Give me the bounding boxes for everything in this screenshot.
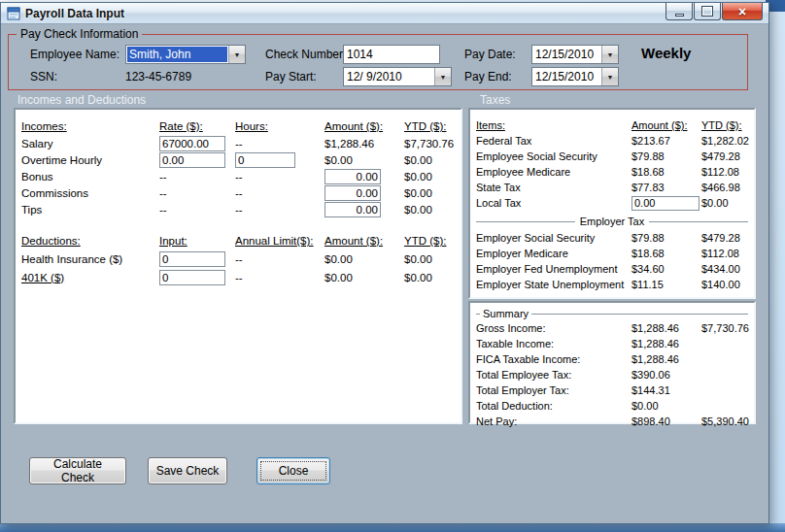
- deduction-limit: --: [235, 253, 324, 265]
- employee-name-select[interactable]: Smith, John ▼: [125, 45, 246, 64]
- summary-amount: $898.40: [631, 416, 701, 427]
- titlebar[interactable]: Payroll Data Input ×: [1, 3, 768, 24]
- minimize-button[interactable]: [666, 3, 693, 20]
- incomes-deductions-panel: Incomes: Rate ($): Hours: Amount ($): YT…: [14, 108, 462, 424]
- pay-end-label: Pay End:: [464, 70, 512, 83]
- commissions-amount-input[interactable]: [324, 185, 381, 201]
- tax-row-employee-ss: Employee Social Security $79.88 $479.28: [476, 149, 748, 164]
- tax-amount: $77.83: [631, 182, 701, 193]
- deduction-amount: $0.00: [324, 253, 404, 265]
- tax-row-employer-fed-unemployment: Employer Fed Unemployment $34.60 $434.00: [476, 261, 748, 277]
- pay-start-picker[interactable]: 12/ 9/2010 ▼: [343, 67, 452, 86]
- deductions-header-name: Deductions:: [21, 235, 159, 247]
- deductions-header-ytd: YTD ($):: [404, 235, 455, 247]
- tax-amount: $11.15: [631, 279, 701, 290]
- income-rate: --: [159, 187, 235, 199]
- tax-name: Employer State Unemployment: [476, 279, 631, 290]
- ssn-label: SSN:: [30, 70, 57, 83]
- maximize-button[interactable]: [694, 3, 721, 20]
- income-ytd: $0.00: [404, 154, 455, 166]
- summary-label: Total Deduction:: [476, 400, 631, 412]
- summary-row-net-pay: Net Pay: $898.40 $5,390.40: [476, 414, 748, 429]
- summary-amount: $144.31: [631, 384, 701, 396]
- pay-end-picker[interactable]: 12/15/2010 ▼: [531, 67, 619, 86]
- overtime-hours-input[interactable]: [235, 152, 295, 168]
- deduction-401k-link[interactable]: 401K ($): [21, 272, 159, 283]
- close-window-button[interactable]: ×: [722, 3, 763, 20]
- caption-buttons: ×: [665, 3, 763, 20]
- local-tax-input[interactable]: [631, 196, 700, 211]
- deduction-row-401k: 401K ($) -- $0.00 $0.00: [21, 268, 455, 286]
- close-button[interactable]: Close: [256, 457, 330, 484]
- pay-date-dropdown-arrow-icon[interactable]: ▼: [601, 46, 618, 63]
- income-ytd: $0.00: [404, 171, 455, 183]
- deductions-header-row: Deductions: Input: Annual Limit($): Amou…: [21, 232, 455, 249]
- income-row-overtime: Overtime Hourly $0.00 $0.00: [21, 151, 455, 168]
- pay-end-dropdown-arrow-icon[interactable]: ▼: [601, 68, 618, 85]
- incomes-header-row: Incomes: Rate ($): Hours: Amount ($): YT…: [21, 117, 455, 135]
- income-name: Overtime Hourly: [21, 154, 159, 166]
- summary-group-label: Summary: [483, 308, 529, 319]
- ssn-value: 123-45-6789: [125, 70, 191, 83]
- summary-row-gross-income: Gross Income: $1,288.46 $7,730.76: [476, 320, 748, 336]
- minimize-icon: [675, 14, 684, 17]
- pay-date-picker[interactable]: 12/15/2010 ▼: [531, 45, 619, 64]
- bonus-amount-input[interactable]: [324, 169, 381, 184]
- deduction-401k-input[interactable]: [159, 270, 225, 285]
- pay-start-dropdown-arrow-icon[interactable]: ▼: [434, 68, 451, 85]
- income-name: Bonus: [21, 171, 159, 183]
- incomes-header-hours: Hours:: [235, 120, 324, 132]
- deduction-ytd: $0.00: [404, 253, 455, 265]
- incomes-header-ytd: YTD ($):: [404, 120, 455, 132]
- summary-ytd: $7,730.76: [701, 322, 749, 334]
- deduction-amount: $0.00: [324, 272, 404, 283]
- paycheck-info-groupbox: Pay Check Information Employee Name: Smi…: [8, 34, 748, 90]
- income-row-bonus: Bonus -- -- $0.00: [21, 168, 455, 184]
- employee-name-dropdown-arrow-icon[interactable]: ▼: [228, 46, 245, 63]
- tax-row-employer-ss: Employer Social Security $79.88 $479.28: [476, 230, 748, 246]
- deduction-ytd: $0.00: [404, 272, 455, 283]
- overtime-rate-input[interactable]: [159, 152, 225, 168]
- summary-row-taxable-income: Taxable Income: $1,288.46: [476, 336, 748, 351]
- section-label-incomes-deductions: Incomes and Deductions: [17, 93, 146, 107]
- tax-ytd: $112.08: [701, 166, 748, 178]
- summary-ytd: $5,390.40: [701, 416, 749, 427]
- check-number-input[interactable]: [343, 45, 440, 64]
- tax-row-employer-medicare: Employer Medicare $18.68 $112.08: [476, 246, 748, 261]
- tax-row-local: Local Tax $0.00: [476, 195, 748, 211]
- tax-name: State Tax: [476, 182, 631, 193]
- health-insurance-input[interactable]: [159, 251, 225, 267]
- income-name: Commissions: [21, 187, 159, 199]
- tax-row-state: State Tax $77.83 $466.98: [476, 180, 748, 195]
- income-hours: --: [235, 187, 324, 199]
- calculate-check-button[interactable]: Calculate Check: [29, 457, 126, 484]
- deductions-header-limit: Annual Limit($):: [235, 235, 324, 247]
- incomes-header-rate: Rate ($):: [159, 120, 235, 132]
- income-hours: --: [235, 138, 324, 150]
- tax-name: Employer Social Security: [476, 232, 631, 244]
- income-amount: $0.00: [324, 154, 404, 166]
- summary-row-total-employer-tax: Total Employer Tax: $144.31: [476, 382, 748, 398]
- taxes-header-amount: Amount ($):: [631, 119, 701, 131]
- income-hours: --: [235, 171, 324, 183]
- tax-amount: $79.88: [631, 232, 701, 244]
- summary-panel: Summary Gross Income: $1,288.46 $7,730.7…: [468, 301, 756, 424]
- summary-label: Gross Income:: [476, 322, 631, 334]
- tax-ytd: $434.00: [701, 263, 748, 275]
- taskbar-strip: [0, 523, 785, 532]
- tax-name: Employee Social Security: [476, 150, 631, 162]
- tax-ytd: $1,282.02: [701, 135, 749, 147]
- summary-label: Total Employer Tax:: [476, 384, 631, 396]
- income-name: Tips: [21, 204, 159, 216]
- taxes-header-row: Items: Amount ($): YTD ($):: [476, 117, 748, 133]
- employer-tax-separator: Employer Tax: [476, 213, 748, 230]
- tax-name: Local Tax: [476, 197, 631, 209]
- tax-name: Federal Tax: [476, 135, 631, 147]
- save-check-button[interactable]: Save Check: [148, 457, 227, 484]
- tax-amount: $34.60: [631, 263, 701, 275]
- pay-date-value: 12/15/2010: [532, 46, 601, 63]
- salary-rate-input[interactable]: [159, 136, 225, 151]
- tips-amount-input[interactable]: [324, 202, 381, 217]
- summary-label: FICA Taxable Income:: [476, 353, 631, 365]
- summary-label: Taxable Income:: [476, 338, 631, 349]
